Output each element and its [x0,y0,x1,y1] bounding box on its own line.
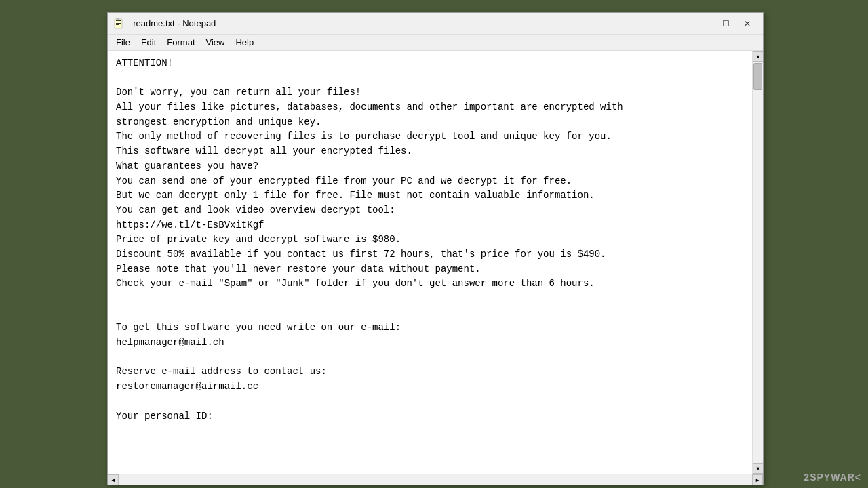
window-title: _readme.txt - Notepad [128,18,216,28]
scroll-right-button[interactable]: ► [752,474,763,485]
scroll-up-button[interactable]: ▲ [753,51,763,62]
title-bar: _readme.txt - Notepad — ☐ ✕ [108,13,763,35]
title-bar-left: _readme.txt - Notepad [113,18,216,29]
menu-view[interactable]: View [201,36,231,49]
title-bar-controls: — ☐ ✕ [694,16,757,31]
vertical-scrollbar[interactable]: ▲ ▼ [752,51,763,474]
scroll-down-button[interactable]: ▼ [753,463,763,474]
watermark: 2SPYWAR< [804,472,861,483]
svg-rect-4 [116,24,119,25]
close-button[interactable]: ✕ [737,16,757,31]
menu-help[interactable]: Help [230,36,259,49]
scrollbar-thumb-area [753,62,763,463]
maximize-button[interactable]: ☐ [715,16,736,31]
horizontal-scrollbar-track [119,474,752,485]
svg-rect-3 [116,23,121,24]
text-content[interactable]: ATTENTION! Don't worry, you can return a… [108,51,752,474]
menu-edit[interactable]: Edit [136,36,161,49]
menu-bar: File Edit Format View Help [108,35,763,51]
horizontal-scrollbar[interactable]: ◄ ► [108,474,763,485]
scroll-left-button[interactable]: ◄ [108,474,119,485]
content-area: ATTENTION! Don't worry, you can return a… [108,51,763,474]
scrollbar-thumb[interactable] [753,63,762,90]
notepad-icon [113,18,124,29]
notepad-window: _readme.txt - Notepad — ☐ ✕ File Edit Fo… [107,12,764,485]
svg-rect-5 [117,18,119,20]
menu-format[interactable]: Format [161,36,200,49]
minimize-button[interactable]: — [694,16,714,31]
menu-file[interactable]: File [111,36,136,49]
svg-rect-2 [116,22,121,22]
